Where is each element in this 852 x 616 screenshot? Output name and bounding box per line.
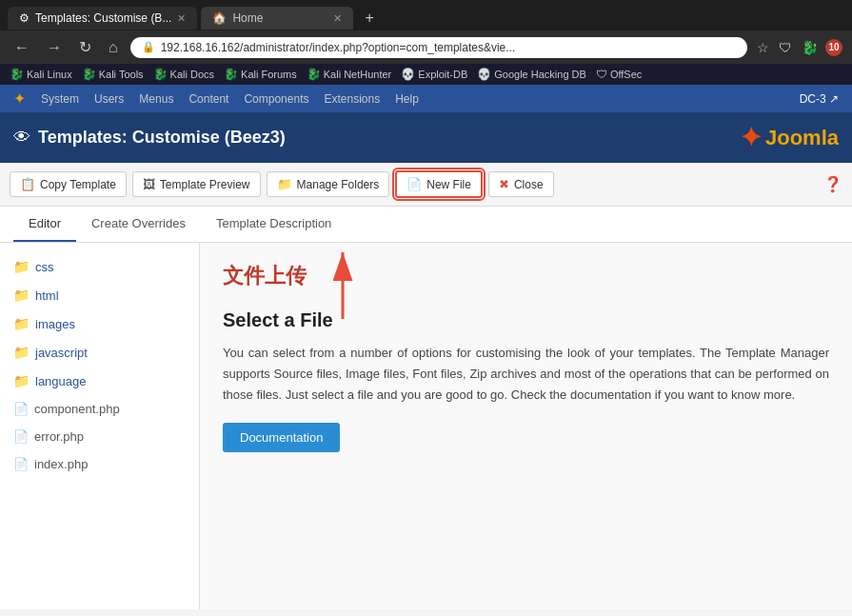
sidebar-folder-html-label: html [35,288,59,303]
manage-folders-label: Manage Folders [297,178,380,191]
nav-content[interactable]: Content [188,92,228,106]
folder-html-icon: 📁 [13,288,30,303]
back-button[interactable]: ← [10,37,34,58]
file-component-icon: 📄 [13,402,29,416]
sidebar-folder-javascript-label: javascript [35,346,88,360]
bookmark-star-icon[interactable]: ☆ [755,38,771,57]
bookmark-offsec[interactable]: 🛡 OffSec [596,68,642,81]
sidebar-folder-language-label: language [35,374,87,388]
sidebar-item-language[interactable]: 📁 language [0,367,199,395]
tab-favicon-templates: ⚙ [19,11,30,25]
close-label: Close [514,178,544,191]
bookmark-kali-nethunter[interactable]: 🐉 Kali NetHunter [307,68,392,81]
joomla-label: Joomla [765,126,839,150]
manage-folders-icon: 📁 [277,177,292,191]
new-file-button[interactable]: 📄 New File [395,170,483,198]
sidebar-item-index-php[interactable]: 📄 index.php [0,450,199,478]
bookmark-kali-forums[interactable]: 🐉 Kali Forums [224,68,297,81]
folder-javascript-icon: 📁 [13,345,30,360]
sidebar: 📁 css 📁 html 📁 images 📁 javascript 📁 lan… [0,243,200,609]
nav-bar: ← → ↻ ⌂ 🔒 192.168.16.162/administrator/i… [0,30,852,64]
admin-nav-bar: ✦ System Users Menus Content Components … [0,85,852,112]
bookmark-google-hacking[interactable]: 💀 Google Hacking DB [477,68,586,81]
tab-close-home[interactable]: ✕ [333,12,342,25]
copy-template-button[interactable]: 📋 Copy Template [10,171,127,197]
sidebar-folder-css-label: css [35,260,54,274]
reload-button[interactable]: ↻ [74,36,96,58]
help-icon[interactable]: ❓ [823,175,842,193]
tab-close-templates[interactable]: ✕ [177,12,186,25]
joomla-admin: ✦ System Users Menus Content Components … [0,85,852,577]
manage-folders-button[interactable]: 📁 Manage Folders [267,171,390,197]
notification-badge: 10 [825,39,842,56]
joomla-star-icon: ✦ [740,122,762,153]
nav-icons: ☆ 🛡 🐉 10 [755,38,842,57]
sidebar-item-html[interactable]: 📁 html [0,281,199,309]
page-header: 👁 Templates: Customise (Beez3) ✦ Joomla [0,112,852,163]
copy-template-label: Copy Template [40,178,116,191]
main-content: 文件上传 Select a File You can select from a… [200,243,852,609]
sidebar-item-css[interactable]: 📁 css [0,252,199,281]
tab-editor[interactable]: Editor [13,207,76,242]
browser-chrome: ⚙ Templates: Customise (B... ✕ 🏠 Home ✕ … [0,0,852,85]
bookmark-kali-linux[interactable]: 🐉 Kali Linux [10,68,72,81]
tabs-bar: Editor Create Overrides Template Descrip… [0,207,852,243]
select-file-description: You can select from a number of options … [223,343,829,406]
bookmark-kali-docs[interactable]: 🐉 Kali Docs [153,68,214,81]
lock-icon: 🔒 [142,41,155,53]
page-title-area: 👁 Templates: Customise (Beez3) [13,128,740,148]
nav-users[interactable]: Users [94,92,124,106]
bookmarks-bar: 🐉 Kali Linux 🐉 Kali Tools 🐉 Kali Docs 🐉 … [0,64,852,85]
sidebar-item-images[interactable]: 📁 images [0,309,199,338]
tab-bar: ⚙ Templates: Customise (B... ✕ 🏠 Home ✕ … [0,0,852,30]
toolbar: 📋 Copy Template 🖼 Template Preview 📁 Man… [0,163,852,207]
shield-icon: 🛡 [777,38,794,57]
tab-home[interactable]: 🏠 Home ✕ [201,7,353,30]
new-file-label: New File [426,178,471,191]
close-icon: ✖ [499,177,509,191]
page-title: Templates: Customise (Beez3) [38,128,286,148]
joomla-logo: ✦ Joomla [740,122,839,153]
sidebar-folder-images-label: images [35,317,75,331]
joomla-logo-small: ✦ [13,89,26,108]
folder-language-icon: 📁 [13,373,30,388]
sidebar-file-component-label: component.php [34,402,120,416]
eye-icon: 👁 [13,128,30,148]
tab-create-overrides[interactable]: Create Overrides [76,207,201,242]
sidebar-item-error-php[interactable]: 📄 error.php [0,423,199,450]
select-file-title: Select a File [223,309,829,331]
tab-favicon-home: 🏠 [212,11,227,25]
home-button[interactable]: ⌂ [104,37,123,58]
documentation-button[interactable]: Documentation [223,423,340,452]
new-file-icon: 📄 [406,177,422,191]
nav-extensions[interactable]: Extensions [324,92,380,106]
close-button[interactable]: ✖ Close [488,171,554,197]
nav-system[interactable]: System [41,92,79,106]
template-preview-icon: 🖼 [143,177,155,191]
nav-components[interactable]: Components [244,92,308,106]
address-bar[interactable]: 🔒 192.168.16.162/administrator/index.php… [130,37,747,58]
template-preview-button[interactable]: 🖼 Template Preview [132,171,261,197]
sidebar-item-javascript[interactable]: 📁 javascript [0,338,199,367]
template-preview-label: Template Preview [160,178,250,191]
content-area: 📁 css 📁 html 📁 images 📁 javascript 📁 lan… [0,243,852,609]
tab-template-description[interactable]: Template Description [201,207,347,242]
new-tab-button[interactable]: + [357,6,381,30]
kali-icon: 🐉 [800,38,820,57]
tab-templates[interactable]: ⚙ Templates: Customise (B... ✕ [8,7,197,30]
address-text: 192.168.16.162/administrator/index.php?o… [161,41,736,54]
bookmark-exploit-db[interactable]: 💀 Exploit-DB [401,68,467,81]
tab-label-home: Home [232,11,263,25]
upload-label: 文件上传 [223,262,829,290]
nav-menus[interactable]: Menus [139,92,173,106]
bookmark-kali-tools[interactable]: 🐉 Kali Tools [82,68,144,81]
file-index-icon: 📄 [13,457,29,471]
nav-help[interactable]: Help [395,92,419,106]
copy-template-icon: 📋 [20,177,35,191]
sidebar-file-error-label: error.php [34,429,84,444]
folder-images-icon: 📁 [13,316,30,331]
sidebar-item-component-php[interactable]: 📄 component.php [0,395,199,423]
forward-button[interactable]: → [42,37,67,58]
tab-label-templates: Templates: Customise (B... [35,11,171,25]
dc-label[interactable]: DC-3 ↗ [800,92,839,106]
